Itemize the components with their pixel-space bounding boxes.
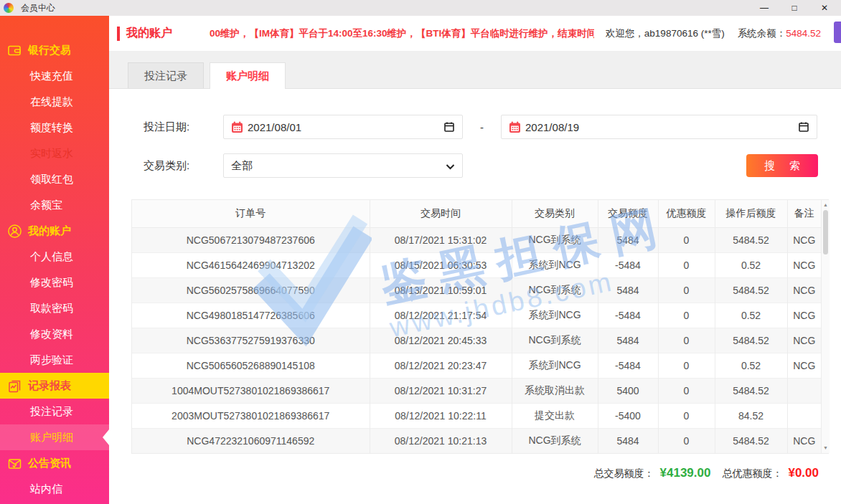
scroll-down-icon[interactable]: ▼ [822,444,830,452]
search-button[interactable]: 搜 索 [746,154,818,177]
table-cell: NCG [787,227,821,252]
selected-type-value: 全部 [231,159,253,173]
table-cell [787,378,821,403]
sidebar-item[interactable]: 站内信 [0,476,109,502]
table-cell: 08/12/2021 20:45:33 [370,328,512,353]
table-cell: 5484.52 [715,277,787,303]
table-cell: 1004MOUT5273801021869386617 [132,378,370,403]
total-discount-label: 总优惠额度： [722,467,782,480]
table-cell: 0 [658,353,715,378]
maximize-icon[interactable]: □ [789,3,799,13]
table-row: NCG560257586966407759008/13/2021 10:59:0… [132,277,821,303]
chevron-down-icon [446,160,455,172]
table-cell: 0 [658,227,715,252]
table-cell: NCG到系统 [512,428,598,453]
date-picker-icon[interactable] [443,121,455,133]
table-cell: -5484 [598,353,658,378]
balance-label: 系统余额： [738,28,786,39]
table-row: NCG472232106097114659208/12/2021 10:21:1… [132,428,821,453]
close-icon[interactable]: ✕ [819,3,830,13]
sidebar-item[interactable]: 账户明细 [0,424,109,450]
sidebar-section[interactable]: 银行交易 [0,37,109,63]
date-to-input[interactable]: 2021/08/19 [501,115,817,139]
column-header: 订单号 [132,200,370,227]
date-picker-icon[interactable] [798,121,809,133]
window-controls: — □ ✕ [759,3,841,13]
transaction-type-select[interactable]: 全部 [223,153,463,178]
sidebar-item[interactable]: 修改密码 [0,270,109,295]
column-header: 操作后额度 [715,200,787,227]
table-cell: 0.52 [715,303,787,328]
table-cell: NCG [787,252,821,277]
sidebar-section-label: 公告资讯 [28,457,71,470]
column-header: 交易额度 [598,200,658,227]
sidebar-item[interactable]: 修改资料 [0,321,109,347]
table-cell: 系统到NCG [512,303,598,328]
sidebar-item[interactable]: 取款密码 [0,295,109,321]
tab-account-details[interactable]: 账户明细 [210,62,286,89]
table-cell: NCG4615642469904713202 [132,252,370,277]
table-cell: 5400 [598,378,658,403]
sidebar-item[interactable]: 两步验证 [0,347,109,373]
minimize-icon[interactable]: — [759,3,769,13]
table-cell: 5484.52 [715,428,787,453]
table-cell: 84.52 [715,403,787,428]
balance-value: 5484.52 [786,28,821,39]
calendar-icon [231,121,243,133]
sidebar-item[interactable]: 个人信息 [0,244,109,270]
table-row: 1004MOUT527380102186938661708/12/2021 10… [132,378,821,403]
sidebar-item[interactable]: 余额宝 [0,192,109,218]
type-filter-row: 交易类别: 全部 搜 索 [144,153,841,178]
window-title: 会员中心 [21,2,55,14]
column-header: 交易类别 [512,200,598,227]
table-scrollbar[interactable]: ▲ ▼ [821,200,830,453]
table-cell: 0 [658,303,715,328]
table-cell: 08/12/2021 10:21:13 [370,428,512,453]
sidebar-item[interactable]: 实时返水 [0,141,109,166]
scrollbar-thumb[interactable] [823,210,828,255]
tabstrip: 投注记录 账户明细 [109,52,841,89]
date-range-separator: - [480,121,484,133]
side-widget-handle[interactable] [834,22,841,43]
sidebar-item[interactable]: 快速充值 [0,63,109,89]
sidebar-item[interactable]: 投注记录 [0,399,109,424]
sidebar-section[interactable]: 记录报表 [0,373,109,399]
table-cell: 系统到NCG [512,353,598,378]
table-cell: NCG [787,428,821,453]
page-title: 我的账户 [126,26,172,41]
table-cell: 5484 [598,328,658,353]
sidebar-item[interactable]: 额度转换 [0,115,109,141]
table-row: NCG461564246990471320208/15/2021 06:30:5… [132,252,821,277]
table-cell: 0.52 [715,252,787,277]
table-cell: 5484 [598,277,658,303]
tab-bet-records[interactable]: 投注记录 [128,62,204,88]
table-cell: 08/12/2021 21:17:54 [370,303,512,328]
date-filter-label: 投注日期: [144,120,223,134]
table-row: NCG498018514772638560608/12/2021 21:17:5… [132,303,821,328]
column-header: 备注 [787,200,821,227]
table-cell: 08/13/2021 10:59:01 [370,277,512,303]
titlebar: 会员中心 — □ ✕ [0,0,841,16]
sidebar-section[interactable]: 公告资讯 [0,450,109,476]
table-cell: 5484.52 [715,328,787,353]
table-cell: 0 [658,328,715,353]
sidebar-section-label: 记录报表 [28,379,71,393]
content-area: 我的账户 00维护，【IM体育】平台于14:00至16:30维护，【BTI体育】… [109,16,841,504]
sidebar-item[interactable]: 领取红包 [0,166,109,192]
total-trade-label: 总交易额度： [594,467,654,480]
member-center-window: 会员中心 — □ ✕ 银行交易快速充值在线提款额度转换实时返水领取红包余额宝我的… [0,0,841,504]
date-from-input[interactable]: 2021/08/01 [223,115,463,139]
sidebar: 银行交易快速充值在线提款额度转换实时返水领取红包余额宝我的账户个人信息修改密码取… [0,16,109,504]
app-logo-icon [4,3,14,13]
table-cell: 5484 [598,227,658,252]
table-header-row: 订单号交易时间交易类别交易额度优惠额度操作后额度备注 [132,200,821,227]
account-details-panel: 投注日期: 2021/08/01 - [109,89,841,504]
table-cell: 0.52 [715,353,787,378]
scroll-up-icon[interactable]: ▲ [822,201,830,209]
column-header: 优惠额度 [658,200,715,227]
table-cell: 系统到NCG [512,252,598,277]
table-cell: -5400 [598,403,658,428]
table-cell: 5484 [598,428,658,453]
sidebar-section[interactable]: 我的账户 [0,218,109,244]
sidebar-item[interactable]: 在线提款 [0,89,109,115]
